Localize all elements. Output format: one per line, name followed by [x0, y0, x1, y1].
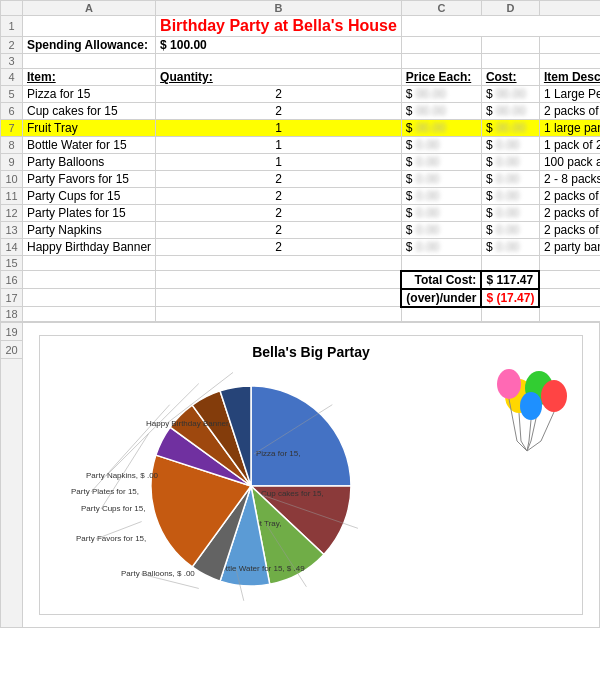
col-desc-header: Item Description: [539, 69, 600, 86]
chart-slice-label: Pizza for 15, [256, 449, 300, 458]
chart-area-container: Bella's Big Partay Pizza for 15,Cup cake… [23, 323, 599, 627]
col-c-header: C [401, 1, 481, 16]
over-under-value: $ (17.47) [481, 289, 539, 307]
table-row: 14 Happy Birthday Banner 2 $ 0.00 $ 0.00… [1, 239, 601, 256]
chart-slice-label: Party Plates for 15, [71, 487, 139, 496]
cell-c2 [401, 37, 481, 54]
chart-slice-label: Party Cups for 15, [81, 504, 145, 513]
svg-line-9 [529, 420, 531, 441]
table-row: 9 Party Balloons 1 $ 0.00 $ 0.00 100 pac… [1, 154, 601, 171]
row-4: 4 Item: Quantity: Price Each: Cost: Item… [1, 69, 601, 86]
spending-value: $ 100.00 [156, 37, 402, 54]
balloons-svg [489, 366, 569, 456]
col-header-row: A B C D E [1, 1, 601, 16]
table-row: 10 Party Favors for 15 2 $ 0.00 $ 0.00 2… [1, 171, 601, 188]
title-text: Birthday Party at Bella's House [160, 17, 397, 34]
row-num-4: 4 [1, 69, 23, 86]
chart-slice-label: Happy Birthday Banner, [146, 419, 231, 428]
svg-point-8 [520, 392, 542, 420]
col-cost-header: Cost: [481, 69, 539, 86]
chart-row-nums: 19 20 [1, 323, 23, 627]
balloons-decoration [489, 366, 569, 459]
col-item-header: Item: [23, 69, 156, 86]
col-a-header: A [23, 1, 156, 16]
total-label: Total Cost: [401, 271, 481, 289]
over-under-label: (over)/under [401, 289, 481, 307]
row-17: 17 (over)/under $ (17.47) [1, 289, 601, 307]
svg-line-1 [519, 413, 521, 441]
cell-a1 [23, 16, 156, 37]
col-price-header: Price Each: [401, 69, 481, 86]
pie-slice [251, 386, 351, 486]
row-num-1: 1 [1, 16, 23, 37]
chart-slice-label: Party Napkins, $ .00 [86, 471, 159, 480]
chart-slice-label: Party Balloons, $ .00 [121, 569, 195, 578]
title-cell: Birthday Party at Bella's House [156, 16, 402, 37]
total-value: $ 117.47 [481, 271, 539, 289]
row-num-header [1, 1, 23, 16]
col-e-header: E [539, 1, 600, 16]
col-b-header: B [156, 1, 402, 16]
row-16: 16 Total Cost: $ 117.47 [1, 271, 601, 289]
spreadsheet: A B C D E 1 Birthday Party at Bella's Ho… [0, 0, 600, 628]
cell-d2 [481, 37, 539, 54]
row-num-2: 2 [1, 37, 23, 54]
row-3: 3 [1, 54, 601, 69]
row-15: 15 [1, 256, 601, 271]
chart-slice-label: Bottle Water for 15, $ .49 [216, 564, 305, 573]
table-row: 6 Cup cakes for 15 2 $ 00.00 $ 00.00 2 p… [1, 103, 601, 120]
table-row: 5 Pizza for 15 2 $ 00.00 $ 00.00 1 Large… [1, 86, 601, 103]
chart-row: 19 20 Bella's Big Partay Pizza for 15,Cu… [0, 322, 600, 628]
svg-point-6 [497, 369, 521, 399]
chart-svg-container: Pizza for 15,Cup cakes for 15,Fruit Tray… [48, 366, 574, 606]
row-2: 2 Spending Allowance: $ 100.00 [1, 37, 601, 54]
chart-title: Bella's Big Partay [48, 344, 574, 360]
svg-point-4 [541, 380, 567, 412]
col-qty-header: Quantity: [156, 69, 402, 86]
spending-label: Spending Allowance: [23, 37, 156, 54]
table-row: 12 Party Plates for 15 2 $ 0.00 $ 0.00 2… [1, 205, 601, 222]
cell-e2 [539, 37, 600, 54]
chart-slice-label: Party Favors for 15, [76, 534, 146, 543]
table-row: 8 Bottle Water for 15 1 $ 0.00 $ 0.00 1 … [1, 137, 601, 154]
chart: Bella's Big Partay Pizza for 15,Cup cake… [39, 335, 583, 615]
col-d-header: D [481, 1, 539, 16]
table-row: 13 Party Napkins 2 $ 0.00 $ 0.00 2 packs… [1, 222, 601, 239]
table-row: 7 Fruit Tray 1 $ 00.00 $ 00.00 1 large p… [1, 120, 601, 137]
chart-slice-label: Cup cakes for 15, [261, 489, 324, 498]
svg-line-5 [541, 412, 554, 441]
grid: A B C D E 1 Birthday Party at Bella's Ho… [0, 0, 600, 322]
row-1: 1 Birthday Party at Bella's House [1, 16, 601, 37]
row-num-3: 3 [1, 54, 23, 69]
table-row: 11 Party Cups for 15 2 $ 0.00 $ 0.00 2 p… [1, 188, 601, 205]
row-18: 18 [1, 307, 601, 322]
